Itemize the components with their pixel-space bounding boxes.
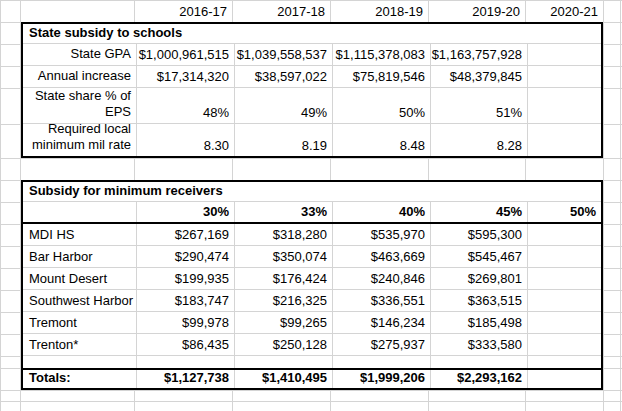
percent-header-cell[interactable]: 33% — [234, 202, 332, 222]
totals-value[interactable]: $1,127,738 — [136, 370, 234, 388]
table-row: Required local minimum mil rate 8.30 8.1… — [23, 124, 601, 156]
cell-empty[interactable] — [527, 356, 601, 368]
cell-value[interactable]: $240,846 — [332, 268, 430, 289]
percent-header-cell[interactable]: 30% — [136, 202, 234, 222]
year-header-cell[interactable]: 2019-20 — [428, 0, 525, 22]
cell-value[interactable]: $545,467 — [430, 246, 527, 267]
cell-value[interactable] — [527, 224, 601, 245]
cell-value[interactable]: $48,379,845 — [430, 66, 527, 87]
cell-value[interactable]: $267,169 — [136, 224, 234, 245]
cell-value[interactable]: 49% — [234, 88, 332, 123]
cell-value[interactable]: $86,435 — [136, 334, 234, 355]
cell-value[interactable]: 8.19 — [234, 124, 332, 156]
table-row: MDI HS $267,169 $318,280 $535,970 $595,3… — [23, 224, 601, 246]
table-row: State GPA $1,000,961,515 $1,039,558,537 … — [23, 44, 601, 66]
row-label[interactable]: Southwest Harbor — [23, 290, 136, 311]
totals-value[interactable]: $2,293,162 — [430, 370, 527, 388]
cell-value[interactable]: $363,515 — [430, 290, 527, 311]
cell-value[interactable]: $535,970 — [332, 224, 430, 245]
table-row: Trenton* $86,435 $250,128 $275,937 $333,… — [23, 334, 601, 356]
totals-value[interactable]: $1,999,206 — [332, 370, 430, 388]
cell-value[interactable]: $269,801 — [430, 268, 527, 289]
cell-value[interactable] — [527, 290, 601, 311]
cell-value[interactable]: $38,597,022 — [234, 66, 332, 87]
cell-value[interactable]: $146,234 — [332, 312, 430, 333]
cell-value[interactable]: $183,747 — [136, 290, 234, 311]
cell-value[interactable]: $318,280 — [234, 224, 332, 245]
year-header-cell[interactable]: 2017-18 — [232, 0, 330, 22]
cell-value[interactable]: $1,000,961,515 — [136, 44, 234, 65]
table2-title[interactable]: Subsidy for minimum receivers — [23, 182, 601, 202]
year-header-cell[interactable] — [21, 0, 134, 22]
cell-value[interactable]: $1,115,378,083 — [332, 44, 430, 65]
spreadsheet: 2016-17 2017-18 2018-19 2019-20 2020-21 … — [0, 0, 622, 411]
cell-value[interactable]: $216,325 — [234, 290, 332, 311]
gridline — [0, 390, 622, 391]
cell-value[interactable]: 48% — [136, 88, 234, 123]
cell-value[interactable]: $99,978 — [136, 312, 234, 333]
table1-title[interactable]: State subsidy to schools — [23, 24, 601, 44]
cell-value[interactable]: $595,300 — [430, 224, 527, 245]
percent-header-cell[interactable]: 45% — [430, 202, 527, 222]
cell-value[interactable]: $99,265 — [234, 312, 332, 333]
cell-value[interactable]: 8.30 — [136, 124, 234, 156]
cell-empty[interactable] — [136, 356, 234, 368]
cell-value[interactable]: 51% — [430, 88, 527, 123]
cell-value[interactable]: $199,935 — [136, 268, 234, 289]
state-subsidy-table: State subsidy to schools State GPA $1,00… — [21, 22, 603, 158]
cell-empty[interactable] — [23, 356, 136, 368]
percent-header-cell[interactable] — [23, 202, 136, 222]
cell-value[interactable] — [527, 334, 601, 355]
table-row: Annual increase $17,314,320 $38,597,022 … — [23, 66, 601, 88]
cell-value[interactable]: 50% — [332, 88, 430, 123]
gridline — [620, 0, 621, 411]
year-header-cell[interactable]: 2016-17 — [134, 0, 232, 22]
cell-value[interactable]: $350,074 — [234, 246, 332, 267]
percent-header-cell[interactable]: 40% — [332, 202, 430, 222]
cell-empty[interactable] — [430, 356, 527, 368]
cell-value[interactable]: $176,424 — [234, 268, 332, 289]
cell-value[interactable]: $75,819,546 — [332, 66, 430, 87]
row-label[interactable]: Bar Harbor — [23, 246, 136, 267]
cell-value[interactable]: $275,937 — [332, 334, 430, 355]
totals-value[interactable] — [527, 370, 601, 388]
cell-value[interactable] — [527, 88, 601, 123]
row-label[interactable]: Annual increase — [23, 66, 136, 87]
percent-header-row: 30% 33% 40% 45% 50% — [23, 202, 601, 224]
row-label[interactable]: Tremont — [23, 312, 136, 333]
cell-value[interactable]: $336,551 — [332, 290, 430, 311]
table-row: Mount Desert $199,935 $176,424 $240,846 … — [23, 268, 601, 290]
cell-value[interactable]: 8.48 — [332, 124, 430, 156]
cell-value[interactable] — [527, 268, 601, 289]
cell-value[interactable]: $185,498 — [430, 312, 527, 333]
cell-empty[interactable] — [332, 356, 430, 368]
row-label[interactable]: Trenton* — [23, 334, 136, 355]
cell-value[interactable]: $1,163,757,928 — [430, 44, 527, 65]
percent-header-cell[interactable]: 50% — [527, 202, 601, 222]
cell-value[interactable] — [527, 66, 601, 87]
gridline — [0, 0, 1, 411]
cell-value[interactable]: $290,474 — [136, 246, 234, 267]
cell-value[interactable]: $333,580 — [430, 334, 527, 355]
table-row: State share % of EPS 48% 49% 50% 51% — [23, 88, 601, 124]
cell-value[interactable]: $1,039,558,537 — [234, 44, 332, 65]
cell-value[interactable] — [527, 124, 601, 156]
cell-value[interactable]: 8.28 — [430, 124, 527, 156]
row-label[interactable]: MDI HS — [23, 224, 136, 245]
cell-value[interactable]: $17,314,320 — [136, 66, 234, 87]
cell-value[interactable]: $463,669 — [332, 246, 430, 267]
cell-value[interactable] — [527, 312, 601, 333]
row-label[interactable]: State GPA — [23, 44, 136, 65]
cell-value[interactable]: $250,128 — [234, 334, 332, 355]
cell-value[interactable] — [527, 246, 601, 267]
row-label[interactable]: Mount Desert — [23, 268, 136, 289]
row-label[interactable]: Required local minimum mil rate — [23, 124, 136, 156]
cell-empty[interactable] — [234, 356, 332, 368]
row-label[interactable]: State share % of EPS — [23, 88, 136, 123]
gridline — [603, 0, 604, 411]
totals-label[interactable]: Totals: — [23, 370, 136, 388]
totals-value[interactable]: $1,410,495 — [234, 370, 332, 388]
year-header-cell[interactable]: 2018-19 — [330, 0, 428, 22]
year-header-cell[interactable]: 2020-21 — [525, 0, 603, 22]
cell-value[interactable] — [527, 44, 601, 65]
